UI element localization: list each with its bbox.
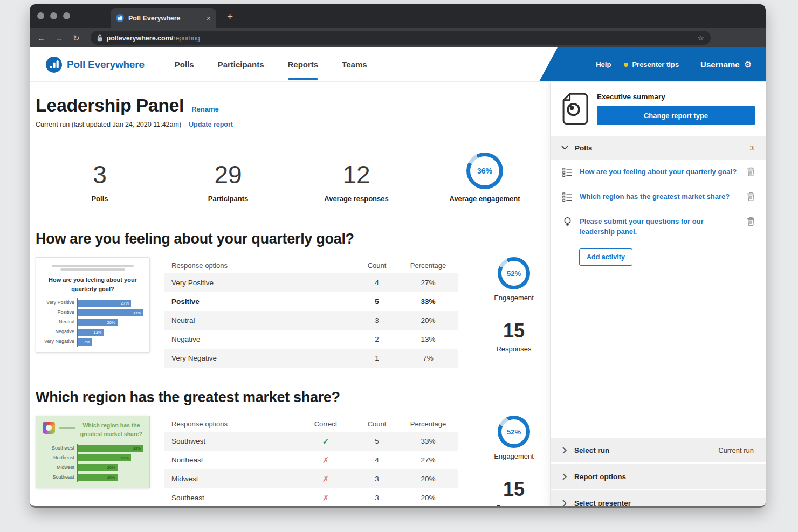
add-activity-button[interactable]: Add activity	[579, 248, 632, 266]
question-2-block: Which region has the greatest market sha…	[36, 416, 550, 508]
stat-average-engagement: 36% Average engagement	[421, 147, 549, 203]
poll-link[interactable]: How are you feeling about your quarterly…	[580, 167, 740, 177]
nav-teams[interactable]: Teams	[342, 47, 367, 81]
col-correct: Correct	[296, 420, 355, 428]
bar: 20%	[78, 474, 118, 481]
slide-title: How are you feeling about your quarterly…	[43, 275, 143, 293]
nav-participants[interactable]: Participants	[218, 47, 264, 81]
trash-icon[interactable]	[747, 192, 755, 201]
forward-icon[interactable]: →	[55, 34, 63, 42]
stat-polls-value: 3	[93, 162, 107, 187]
report-main: Leadership Panel Rename Current run (las…	[30, 82, 550, 508]
engagement-label: Engagement	[494, 452, 534, 460]
bar: 27%	[78, 454, 131, 461]
bar-label: Very Positive	[43, 298, 77, 307]
stat-participants-label: Participants	[208, 195, 248, 203]
presenter-tips-label: Presenter tips	[632, 60, 679, 68]
username-menu[interactable]: Username ⚙	[700, 59, 752, 70]
brand-logo[interactable]: Poll Everywhere	[46, 57, 145, 73]
slide-bar-chart: Very Positive27% Positive33% Neutral20% …	[43, 298, 143, 347]
chevron-down-icon	[561, 146, 568, 150]
engagement-ring: 52%	[498, 257, 530, 289]
rename-link[interactable]: Rename	[191, 105, 219, 113]
slide-instructions-line	[52, 265, 134, 267]
presenter-tips-link[interactable]: Presenter tips	[624, 60, 679, 68]
address-bar[interactable]: polleverywhere.com/reporting ☆	[91, 31, 711, 45]
select-run-accordion[interactable]: Select run Current run	[551, 438, 766, 462]
minimize-window-button[interactable]	[50, 12, 57, 19]
bar-label: Southeast	[43, 473, 77, 482]
report-options-accordion[interactable]: Report options	[551, 464, 766, 489]
select-run-label: Select run	[574, 446, 609, 454]
tab-close-icon[interactable]: ×	[207, 14, 211, 23]
table-header-row: Response options Correct Count Percentag…	[164, 416, 458, 432]
bookmark-star-icon[interactable]: ☆	[698, 34, 704, 42]
bar: 20%	[78, 464, 118, 471]
table-row: Northeast✗427%	[164, 451, 458, 469]
zoom-window-button[interactable]	[63, 12, 70, 19]
close-window-button[interactable]	[37, 12, 44, 19]
table-row: Negative213%	[164, 330, 458, 349]
question-1-metrics: 52% Engagement 15 Responses	[471, 257, 550, 368]
engagement-label: Engagement	[494, 294, 534, 302]
bar-label: Positive	[43, 308, 77, 317]
engagement-ring: 36%	[466, 153, 503, 189]
table-row: Southwest✓533%	[164, 432, 458, 451]
header-account-area: Help Presenter tips Username ⚙	[539, 47, 766, 81]
reload-icon[interactable]: ↻	[73, 34, 80, 42]
table-header-row: Response options Count Percentage	[164, 257, 458, 273]
list-item: How are you feeling about your quarterly…	[551, 160, 766, 184]
ranked-poll-icon	[562, 192, 573, 202]
polls-count-badge: 3	[750, 144, 754, 152]
question-1-slide-thumbnail[interactable]: How are you feeling about your quarterly…	[36, 257, 150, 353]
browser-toolbar: ← → ↻ polleverywhere.com/reporting ☆	[30, 28, 766, 47]
bar: 33%	[78, 309, 143, 316]
chevron-right-icon	[562, 473, 567, 480]
nav-polls[interactable]: Polls	[175, 47, 194, 81]
stat-average-engagement-label: Average engagement	[449, 195, 520, 203]
browser-tab[interactable]: Poll Everywhere ×	[111, 8, 216, 28]
change-report-type-button[interactable]: Change report type	[597, 106, 755, 125]
trash-icon[interactable]	[747, 217, 755, 226]
stat-average-responses: 12 Average responses	[292, 147, 421, 203]
question-2-slide-thumbnail[interactable]: Which region has the greatest market sha…	[36, 416, 150, 488]
engagement-ring: 52%	[498, 416, 530, 448]
bar: 20%	[78, 319, 118, 326]
poll-everywhere-logo-icon	[46, 57, 62, 73]
table-row: Neutral320%	[164, 311, 458, 330]
help-link[interactable]: Help	[596, 60, 611, 68]
url-path: reporting	[173, 34, 200, 42]
trash-icon[interactable]	[747, 167, 755, 176]
update-report-link[interactable]: Update report	[189, 121, 233, 128]
col-count: Count	[355, 420, 398, 428]
select-presenter-accordion[interactable]: Select presenter	[551, 490, 766, 508]
slide-title: Which region has the greatest market sha…	[80, 422, 143, 439]
correct-check-icon: ✓	[296, 437, 355, 446]
nav-reports[interactable]: Reports	[288, 47, 319, 81]
summary-stats: 3 Polls 29 Participants 12 Average respo…	[36, 147, 550, 203]
back-icon[interactable]: ←	[37, 34, 45, 42]
table-row: Southeast✗320%	[164, 488, 458, 507]
lightbulb-icon	[562, 217, 573, 227]
company-logo-word	[59, 427, 75, 429]
report-type-block: Executive summary Change report type	[551, 82, 766, 136]
new-tab-button[interactable]: +	[227, 11, 233, 23]
question-2-results-table: Response options Correct Count Percentag…	[164, 416, 458, 508]
main-nav: Polls Participants Reports Teams	[175, 47, 367, 81]
slide-bar-chart: Southwest33% Northeast27% Midwest20% Sou…	[43, 444, 143, 482]
gear-icon[interactable]: ⚙	[744, 59, 752, 70]
bar: 33%	[78, 445, 143, 452]
bar-label: Negative	[43, 327, 77, 336]
question-1-heading: How are you feeling about your quarterly…	[36, 231, 550, 247]
tips-dot-icon	[624, 63, 628, 67]
polls-section-header[interactable]: Polls 3	[551, 136, 766, 160]
question-1-block: How are you feeling about your quarterly…	[36, 257, 550, 368]
col-response-options: Response options	[164, 420, 296, 428]
poll-link[interactable]: Which region has the greatest market sha…	[580, 192, 740, 202]
responses-label: Responses	[496, 503, 531, 508]
poll-link[interactable]: Please submit your questions for our lea…	[580, 217, 740, 237]
tab-favicon-icon	[116, 14, 124, 22]
question-2-metrics: 52% Engagement 15 Responses	[471, 416, 550, 508]
app-header: Poll Everywhere Polls Participants Repor…	[30, 47, 766, 82]
bar-label: Southwest	[43, 444, 77, 453]
